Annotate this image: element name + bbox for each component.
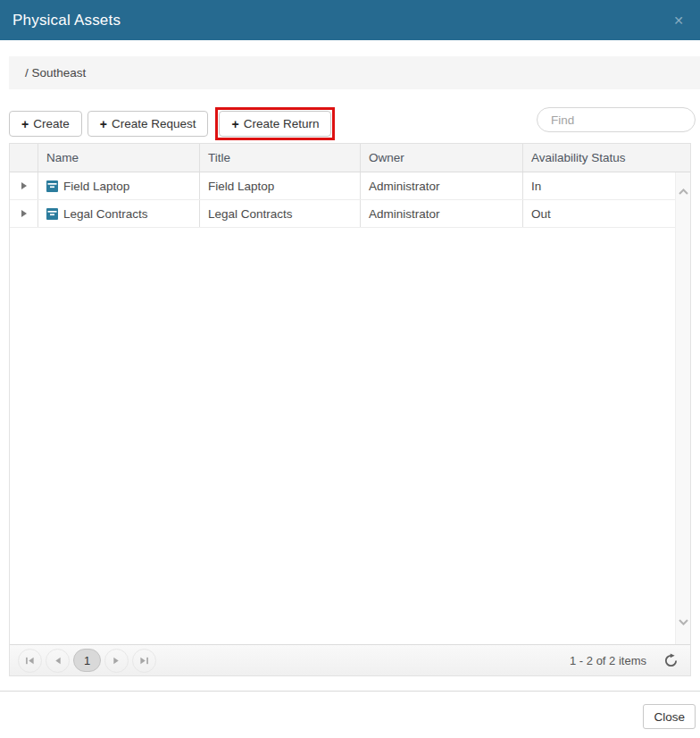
cell-title: Field Laptop	[199, 172, 360, 199]
expand-arrow-icon	[21, 182, 27, 189]
first-page-button[interactable]	[18, 649, 42, 673]
breadcrumb: / Southeast	[9, 56, 700, 89]
refresh-icon	[663, 653, 679, 668]
close-icon[interactable]: ✕	[664, 0, 693, 40]
column-header-title[interactable]: Title	[199, 144, 360, 172]
create-button-label: Create	[33, 117, 70, 130]
row-expand-button[interactable]	[10, 172, 38, 199]
plus-icon: +	[21, 117, 29, 131]
column-header-owner[interactable]: Owner	[360, 144, 522, 172]
row-expand-button[interactable]	[10, 200, 38, 227]
scroll-up-icon[interactable]	[678, 183, 689, 199]
current-page-button[interactable]: 1	[73, 649, 101, 672]
create-button[interactable]: + Create	[9, 111, 82, 137]
grid-body: Field Laptop Field Laptop Administrator …	[10, 172, 690, 644]
create-request-button[interactable]: + Create Request	[88, 111, 209, 137]
dialog-titlebar: Physical Assets ✕	[0, 0, 700, 40]
create-return-button-label: Create Return	[244, 117, 320, 130]
expander-column-header	[10, 144, 38, 172]
asset-box-icon	[46, 180, 58, 192]
table-row[interactable]: Field Laptop Field Laptop Administrator …	[10, 172, 690, 200]
footer-divider	[0, 691, 700, 692]
toolbar: + Create + Create Request + Create Retur…	[9, 105, 696, 139]
vertical-scrollbar[interactable]	[675, 172, 690, 644]
close-button[interactable]: Close	[643, 704, 696, 729]
grid-header-row: Name Title Owner Availability Status	[10, 144, 690, 172]
next-page-button[interactable]	[104, 649, 129, 673]
column-header-filler	[684, 144, 692, 172]
asset-name: Legal Contracts	[63, 207, 148, 221]
pager-bar: 1 1 - 2 of 2 items	[10, 644, 690, 675]
plus-icon: +	[231, 117, 238, 131]
scroll-down-icon[interactable]	[678, 614, 689, 630]
cell-title: Legal Contracts	[199, 200, 360, 227]
expand-arrow-icon	[21, 210, 27, 217]
cell-name: Legal Contracts	[38, 200, 199, 227]
asset-name: Field Laptop	[63, 180, 129, 193]
column-header-name[interactable]: Name	[38, 144, 199, 172]
asset-box-icon	[46, 208, 58, 220]
cell-availability-status: Out	[522, 200, 684, 227]
create-request-button-label: Create Request	[112, 117, 196, 130]
previous-page-button[interactable]	[46, 649, 70, 673]
column-header-availability[interactable]: Availability Status	[522, 144, 684, 172]
cell-owner: Administrator	[360, 172, 522, 199]
toolbar-buttons: + Create + Create Request + Create Retur…	[9, 107, 335, 140]
table-row[interactable]: Legal Contracts Legal Contracts Administ…	[10, 200, 690, 228]
create-return-button[interactable]: + Create Return	[219, 111, 331, 137]
cell-name: Field Laptop	[38, 172, 199, 199]
refresh-button[interactable]	[662, 651, 680, 670]
pager-summary: 1 - 2 of 2 items	[570, 654, 646, 667]
red-highlight-box: + Create Return	[215, 107, 335, 140]
cell-owner: Administrator	[360, 200, 522, 227]
assets-grid: Name Title Owner Availability Status Fie…	[9, 143, 691, 676]
breadcrumb-path[interactable]: / Southeast	[25, 66, 86, 80]
last-page-button[interactable]	[132, 649, 156, 673]
plus-icon: +	[100, 117, 107, 131]
find-input[interactable]	[537, 107, 696, 132]
dialog-title: Physical Assets	[0, 12, 121, 29]
cell-availability-status: In	[522, 172, 684, 199]
